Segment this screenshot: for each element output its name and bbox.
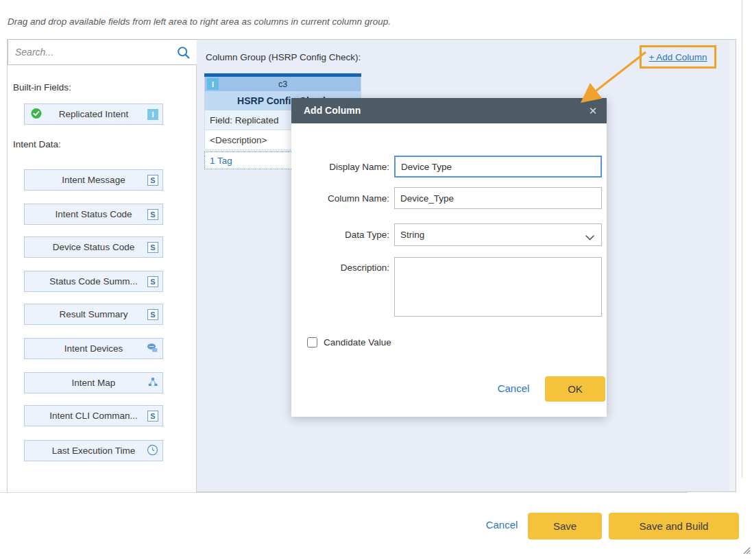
- candidate-value-checkbox[interactable]: [307, 337, 317, 348]
- card-column-key: c3: [278, 80, 287, 89]
- dialog-title: Add Column: [291, 98, 607, 123]
- string-type-badge: S: [147, 276, 158, 287]
- field-item-status-code-summary[interactable]: Status Code Summ... S: [24, 271, 163, 292]
- string-type-badge: S: [147, 242, 158, 253]
- field-item-label: Intent CLI Comman...: [49, 411, 137, 421]
- field-item-label: Replicated Intent: [59, 109, 128, 119]
- string-type-badge: S: [147, 209, 158, 220]
- field-item-label: Device Status Code: [53, 242, 134, 252]
- intent-type-badge: I: [207, 78, 219, 90]
- card-key-row: I c3: [204, 77, 361, 91]
- save-button[interactable]: Save: [528, 513, 602, 539]
- clock-icon: [147, 444, 158, 458]
- field-item-label: Intent Message: [62, 175, 125, 185]
- search-input[interactable]: [15, 40, 166, 64]
- string-type-badge: S: [147, 175, 158, 186]
- field-item-replicated-intent[interactable]: Replicated Intent I: [24, 104, 163, 125]
- field-item-label: Result Summary: [60, 309, 128, 319]
- devices-icon: [147, 342, 158, 355]
- candidate-value-label: Candidate Value: [324, 337, 391, 348]
- dialog-ok-button[interactable]: OK: [545, 376, 605, 402]
- dialog-cancel-button[interactable]: Cancel: [489, 382, 538, 394]
- field-item-label: Intent Map: [72, 378, 116, 388]
- column-name-label: Column Name:: [298, 193, 389, 204]
- column-name-field[interactable]: [394, 187, 602, 209]
- data-type-select[interactable]: String: [394, 223, 602, 246]
- panel-scrollbar[interactable]: [729, 40, 735, 491]
- field-item-device-status-code[interactable]: Device Status Code S: [24, 236, 163, 258]
- chevron-down-icon: [585, 232, 594, 243]
- field-item-label: Last Execution Time: [52, 446, 136, 456]
- close-icon[interactable]: ✕: [579, 98, 607, 123]
- display-name-field[interactable]: [394, 156, 602, 178]
- display-name-label: Display Name:: [298, 162, 389, 172]
- field-item-intent-cli-commands[interactable]: Intent CLI Comman... S: [24, 405, 163, 426]
- search-icon[interactable]: [177, 46, 191, 62]
- string-type-badge: S: [147, 411, 158, 422]
- add-column-dialog: Add Column ✕ Display Name: Column Name: …: [291, 98, 607, 417]
- data-type-label: Data Type:: [298, 230, 389, 240]
- intent-type-badge: I: [147, 109, 158, 120]
- field-item-label: Intent Status Code: [56, 209, 132, 219]
- add-column-annotation-box: + Add Column: [640, 45, 716, 69]
- field-item-intent-message[interactable]: Intent Message S: [24, 169, 163, 191]
- save-and-build-button[interactable]: Save and Build: [609, 513, 739, 539]
- field-item-label: Intent Devices: [64, 343, 123, 354]
- resize-handle[interactable]: [740, 544, 751, 555]
- field-item-intent-devices[interactable]: Intent Devices: [24, 338, 163, 359]
- window-right-border: [742, 0, 742, 478]
- field-item-label: Status Code Summ...: [49, 276, 137, 287]
- builtin-fields-label: Built-in Fields:: [13, 82, 71, 93]
- field-item-last-execution-time[interactable]: Last Execution Time: [24, 440, 163, 461]
- field-item-result-summary[interactable]: Result Summary S: [24, 304, 163, 325]
- content-bottom-separator: [0, 492, 688, 493]
- map-topology-icon: [147, 376, 158, 389]
- intent-data-label: Intent Data:: [13, 139, 61, 149]
- instruction-text: Drag and drop available fields from left…: [8, 16, 391, 27]
- field-item-intent-map[interactable]: Intent Map: [24, 372, 163, 393]
- candidate-value-option[interactable]: Candidate Value: [307, 337, 391, 348]
- data-type-value: String: [400, 230, 424, 240]
- check-circle-icon: [31, 108, 42, 121]
- description-label: Description:: [298, 263, 389, 273]
- description-field[interactable]: [394, 257, 602, 317]
- footer-cancel-button[interactable]: Cancel: [482, 519, 522, 531]
- field-item-intent-status-code[interactable]: Intent Status Code S: [24, 204, 163, 225]
- string-type-badge: S: [147, 309, 158, 320]
- fields-sidebar: Built-in Fields: Replicated Intent I Int…: [7, 39, 197, 492]
- search-box[interactable]: [8, 39, 197, 65]
- add-column-link[interactable]: + Add Column: [648, 52, 707, 62]
- column-group-label: Column Group (HSRP Config Check):: [206, 52, 361, 62]
